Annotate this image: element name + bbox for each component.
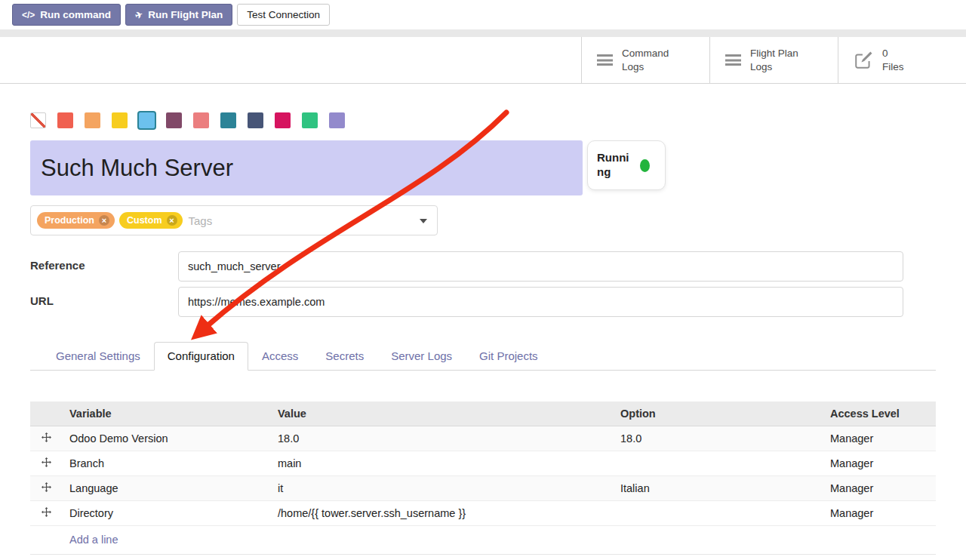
color-swatch-orange[interactable] <box>85 112 100 128</box>
tab-secrets[interactable]: Secrets <box>312 342 377 371</box>
tab-bar: General Settings Configuration Access Se… <box>30 342 936 371</box>
tab-server-logs[interactable]: Server Logs <box>377 342 466 371</box>
tab-configuration[interactable]: Configuration <box>154 342 248 371</box>
stat-command-logs-label: Command Logs <box>622 47 669 73</box>
cell-variable[interactable]: Odoo Demo Version <box>62 426 270 451</box>
color-picker <box>30 112 936 128</box>
add-line-row: Add a line <box>30 526 936 555</box>
color-swatch-teal[interactable] <box>220 112 236 128</box>
stat-command-logs[interactable]: Command Logs <box>581 37 709 83</box>
table-row[interactable]: Branch main Manager <box>30 451 936 476</box>
main-content: Such Much Server Running Production × Cu… <box>0 112 966 555</box>
status-label: Running <box>597 151 633 180</box>
tabs-section: General Settings Configuration Access Se… <box>30 342 936 371</box>
remove-tag-icon[interactable]: × <box>167 215 177 226</box>
tag-production-label: Production <box>45 215 94 226</box>
column-header-option: Option <box>613 402 823 426</box>
cell-access-level[interactable]: Manager <box>823 476 936 501</box>
cell-variable[interactable]: Language <box>62 476 270 501</box>
cell-variable[interactable]: Directory <box>62 501 270 526</box>
stat-flight-plan-logs-label: Flight Plan Logs <box>750 47 798 73</box>
reference-label: Reference <box>30 251 178 282</box>
url-label: URL <box>30 287 178 317</box>
table-row[interactable]: Odoo Demo Version 18.0 18.0 Manager <box>30 426 936 451</box>
cell-access-level[interactable]: Manager <box>823 451 936 476</box>
list-icon <box>725 54 741 66</box>
server-name-input[interactable]: Such Much Server <box>30 140 583 195</box>
tag-production[interactable]: Production × <box>37 212 115 229</box>
cell-option[interactable] <box>613 451 823 476</box>
color-swatch-yellow[interactable] <box>112 112 128 128</box>
form-area: Reference such_much_server URL https://m… <box>30 251 903 317</box>
run-command-button[interactable]: </> Run command <box>12 4 121 26</box>
list-icon <box>597 54 613 66</box>
tab-access[interactable]: Access <box>248 342 312 371</box>
cell-option[interactable]: Italian <box>613 476 823 501</box>
page-divider <box>0 29 966 37</box>
tags-input[interactable]: Production × Custom × Tags <box>30 205 438 235</box>
stat-files[interactable]: 0 Files <box>838 37 966 83</box>
tab-general-settings[interactable]: General Settings <box>42 342 154 371</box>
run-command-label: Run command <box>40 9 111 20</box>
cell-value[interactable]: it <box>270 476 613 501</box>
color-swatch-red[interactable] <box>57 112 73 128</box>
url-input[interactable]: https://memes.example.com <box>178 287 903 317</box>
paper-plane-icon: ✈ <box>134 8 144 21</box>
add-a-line-link[interactable]: Add a line <box>30 526 936 555</box>
column-header-variable: Variable <box>62 402 270 426</box>
server-form-page: </> Run command ✈ Run Flight Plan Test C… <box>0 0 966 555</box>
run-flight-plan-button[interactable]: ✈ Run Flight Plan <box>125 4 232 26</box>
url-row: URL https://memes.example.com <box>30 287 903 317</box>
drag-handle-icon[interactable] <box>42 482 51 492</box>
cell-option[interactable]: 18.0 <box>613 426 823 451</box>
color-swatch-magenta[interactable] <box>275 112 291 128</box>
color-swatch-green[interactable] <box>302 112 318 128</box>
table-row[interactable]: Directory /home/{{ tower.server.ssh_user… <box>30 501 936 526</box>
edit-icon <box>854 51 873 70</box>
drag-handle-icon[interactable] <box>42 457 51 467</box>
run-flight-plan-label: Run Flight Plan <box>148 9 223 20</box>
stat-files-label: 0 Files <box>882 47 904 73</box>
color-swatch-none[interactable] <box>30 112 46 128</box>
color-swatch-violet[interactable] <box>329 112 345 128</box>
test-connection-label: Test Connection <box>247 9 320 20</box>
cell-access-level[interactable]: Manager <box>823 501 936 526</box>
tag-custom[interactable]: Custom × <box>119 212 183 229</box>
cell-value[interactable]: main <box>270 451 613 476</box>
cell-value[interactable]: 18.0 <box>270 426 613 451</box>
chevron-down-icon[interactable] <box>420 219 427 223</box>
cell-access-level[interactable]: Manager <box>823 426 936 451</box>
color-swatch-salmon[interactable] <box>193 112 209 128</box>
drag-handle-icon[interactable] <box>42 507 51 517</box>
header-bar: Command Logs Flight Plan Logs 0 Files <box>0 37 966 84</box>
table-row[interactable]: Language it Italian Manager <box>30 476 936 501</box>
tab-git-projects[interactable]: Git Projects <box>466 342 552 371</box>
status-dot <box>640 159 650 172</box>
top-toolbar: </> Run command ✈ Run Flight Plan Test C… <box>0 0 966 29</box>
cell-variable[interactable]: Branch <box>62 451 270 476</box>
color-swatch-dark-purple[interactable] <box>166 112 182 128</box>
status-badge: Running <box>587 140 666 190</box>
reference-row: Reference such_much_server <box>30 251 903 282</box>
code-icon: </> <box>22 10 35 20</box>
table-header-row: Variable Value Option Access Level <box>30 402 936 426</box>
cell-option[interactable] <box>613 501 823 526</box>
column-header-value: Value <box>270 402 613 426</box>
stat-flight-plan-logs[interactable]: Flight Plan Logs <box>709 37 838 83</box>
test-connection-button[interactable]: Test Connection <box>237 4 330 26</box>
tags-placeholder: Tags <box>189 214 213 227</box>
handle-column-header <box>30 402 62 426</box>
drag-handle-icon[interactable] <box>42 432 51 442</box>
color-swatch-navy[interactable] <box>248 112 263 128</box>
tag-custom-label: Custom <box>127 215 162 226</box>
config-variables-table: Variable Value Option Access Level Odoo … <box>30 402 936 555</box>
remove-tag-icon[interactable]: × <box>99 215 109 226</box>
cell-value[interactable]: /home/{{ tower.server.ssh_username }} <box>270 501 613 526</box>
title-row: Such Much Server Running <box>30 140 936 195</box>
column-header-access-level: Access Level <box>823 402 936 426</box>
color-swatch-cyan-selected[interactable] <box>139 112 155 128</box>
reference-input[interactable]: such_much_server <box>178 251 903 282</box>
